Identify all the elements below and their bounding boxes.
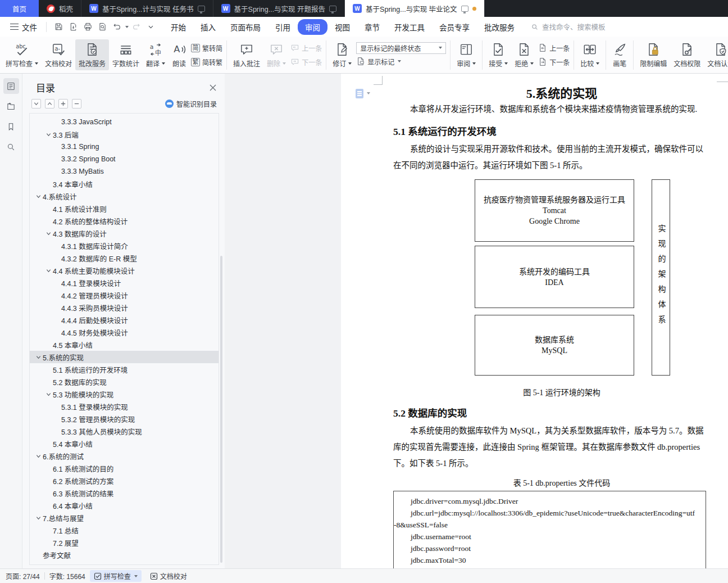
print-button[interactable]: [80, 20, 95, 34]
toc-item[interactable]: 5.3 功能模块的实现: [30, 388, 219, 400]
expand-all-button[interactable]: [31, 99, 41, 109]
compare-button[interactable]: 比较: [577, 39, 603, 70]
toc-item[interactable]: 3.3.2 Spring Boot: [30, 153, 219, 165]
toc-item[interactable]: 6.1 系统测试的目的: [30, 462, 219, 474]
brush-button[interactable]: 画笔: [609, 39, 630, 70]
find-panel-button[interactable]: [3, 139, 19, 155]
toc-item[interactable]: 6.4 本章小结: [30, 499, 219, 512]
toc-item[interactable]: 4.2 系统的整体结构设计: [30, 215, 219, 227]
toc-item[interactable]: 5.3.3 其他人员模块的实现: [30, 425, 219, 437]
delete-comment-button[interactable]: 删除: [263, 39, 289, 70]
chevron-down-icon[interactable]: [36, 454, 41, 459]
window-tab[interactable]: 首页: [0, 0, 39, 17]
chevron-down-icon[interactable]: [36, 516, 41, 521]
toc-item[interactable]: 5.3.2 管理员模块的实现: [30, 413, 219, 425]
toc-item[interactable]: 5.系统的实现: [30, 351, 219, 363]
chapter-panel-button[interactable]: [3, 98, 19, 114]
toc-item[interactable]: 6.3 系统测试的结果: [30, 487, 219, 499]
chevron-down-icon[interactable]: [46, 231, 51, 236]
command-search[interactable]: 查找命令、搜索模板: [531, 21, 606, 32]
status-proofread-button[interactable]: 文档校对: [146, 570, 191, 582]
toc-item[interactable]: 7.总结与展望: [30, 512, 219, 524]
spellcheck-button[interactable]: abc 拼写检查: [2, 39, 42, 70]
collapse-all-button[interactable]: [45, 99, 54, 109]
redo-button[interactable]: [129, 20, 143, 34]
close-icon[interactable]: [209, 84, 217, 92]
toc-scrollbar[interactable]: [220, 256, 222, 563]
toc-item[interactable]: 4.3.2 数据库的 E-R 模型: [30, 252, 219, 264]
show-markup-button[interactable]: 显示标记: [356, 55, 446, 68]
read-aloud-button[interactable]: A 朗读: [169, 39, 190, 70]
toc-item[interactable]: 4.系统设计: [30, 190, 219, 202]
ribbon-tab[interactable]: 引用: [268, 19, 298, 35]
toc-item[interactable]: 6.系统的测试: [30, 450, 219, 462]
undo-button[interactable]: [110, 20, 124, 34]
reject-revision-button[interactable]: 拒绝: [511, 39, 537, 70]
doc-authentication-button[interactable]: 文档认证: [704, 39, 728, 70]
toc-item[interactable]: 参考文献: [30, 549, 219, 561]
chevron-down-icon[interactable]: [46, 132, 51, 137]
toc-item[interactable]: 4.4.2 管理员模块设计: [30, 289, 219, 301]
accept-revision-button[interactable]: 接受: [485, 39, 511, 70]
zoom-out-button[interactable]: [72, 99, 81, 109]
ribbon-tab[interactable]: 审阅: [298, 19, 327, 35]
zoom-in-button[interactable]: [58, 99, 68, 109]
status-spellcheck-button[interactable]: 拼写检查: [90, 570, 142, 582]
toc-item[interactable]: 5.3.1 登录模块的实现: [30, 400, 219, 413]
next-revision-button[interactable]: 下一条: [538, 56, 570, 69]
review-pane-button[interactable]: 审阅: [453, 39, 479, 70]
review-service-button[interactable]: 批改服务: [75, 39, 109, 70]
toc-item[interactable]: 5.4 本章小结: [30, 437, 219, 450]
ribbon-tab[interactable]: 插入: [193, 19, 223, 35]
traditional-to-simplified-button[interactable]: 简 繁转简: [191, 42, 222, 55]
ribbon-tab[interactable]: 章节: [357, 19, 387, 35]
toc-item[interactable]: 7.2 展望: [30, 536, 219, 549]
toc-item[interactable]: 致 谢: [30, 561, 219, 565]
doc-permission-button[interactable]: 文档权限: [670, 39, 704, 70]
toc-item[interactable]: 3.3 后端: [30, 128, 219, 141]
page-settings-button[interactable]: [356, 89, 370, 98]
ribbon-tab[interactable]: 页面布局: [223, 19, 268, 35]
bookmark-panel-button[interactable]: [3, 119, 19, 134]
prev-comment-button[interactable]: 上一条: [290, 42, 322, 55]
toc-item[interactable]: 6.2 系统测试的方案: [30, 474, 219, 487]
toc-item[interactable]: 5.1 系统运行的开发环境: [30, 363, 219, 376]
markup-state-select[interactable]: 显示标记的最终状态: [356, 42, 446, 54]
toc-item[interactable]: 4.4.3 采购员模块设计: [30, 301, 219, 314]
toolbar-more-button[interactable]: [143, 20, 158, 34]
window-tab[interactable]: W 基于Spring...与实现 开题报告: [213, 0, 345, 17]
toc-item[interactable]: 4.3.1 数据库设计简介: [30, 239, 219, 252]
smart-toc-button[interactable]: 智能识别目录: [165, 99, 217, 109]
document-page[interactable]: 5.系统的实现 本章将从开发运行环境、数据库和系统各个模块来描述疫情物资管理系统…: [341, 74, 728, 568]
window-tab[interactable]: W 基于Spring...计与实现 任务书: [81, 0, 213, 17]
toc-item[interactable]: 7.1 总结: [30, 524, 219, 536]
toc-item[interactable]: 3.3.3 JavaScript: [30, 116, 219, 128]
toc-item[interactable]: 3.3.1 Spring: [30, 141, 219, 153]
ribbon-tab[interactable]: 视图: [327, 19, 357, 35]
ribbon-tab[interactable]: 批改服务: [477, 19, 522, 35]
prev-revision-button[interactable]: 上一条: [538, 42, 570, 55]
export-button[interactable]: [66, 20, 80, 34]
toc-item[interactable]: 3.4 本章小结: [30, 178, 219, 190]
toc-item[interactable]: 3.3.3 MyBatis: [30, 165, 219, 178]
track-changes-button[interactable]: 修订: [329, 39, 355, 70]
insert-comment-button[interactable]: 插入批注: [230, 39, 263, 70]
restrict-editing-button[interactable]: 限制编辑: [636, 39, 670, 70]
toc-item[interactable]: 4.4.4 后勤处模块设计: [30, 314, 219, 326]
ribbon-tab[interactable]: 开始: [163, 19, 193, 35]
chevron-down-icon[interactable]: [46, 268, 51, 273]
chevron-down-icon[interactable]: [36, 194, 41, 199]
window-tab[interactable]: 稻壳: [39, 0, 81, 17]
simplified-to-traditional-button[interactable]: 繁 简转繁: [191, 56, 222, 69]
translate-button[interactable]: a中 翻译: [143, 39, 169, 70]
outline-panel-button[interactable]: [3, 78, 19, 94]
window-tab[interactable]: W 基于Spring...与实现 毕业论文: [345, 0, 485, 17]
word-count-button[interactable]: 字数统计: [109, 39, 143, 70]
ribbon-tab[interactable]: 开发工具: [387, 19, 432, 35]
toc-item[interactable]: 4.4.5 财务处模块设计: [30, 326, 219, 338]
toc-item[interactable]: 4.4 系统主要功能模块设计: [30, 264, 219, 277]
chevron-down-icon[interactable]: [46, 392, 51, 397]
proofread-button[interactable]: a- 文档校对: [42, 39, 75, 70]
print-preview-button[interactable]: [95, 20, 110, 34]
word-count-indicator[interactable]: 字数: 15664: [49, 571, 85, 581]
